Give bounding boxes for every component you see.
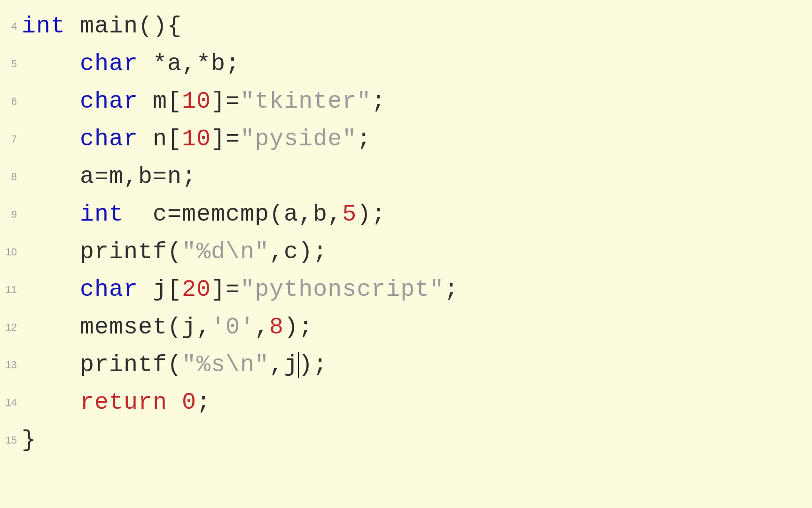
- line-number: 15: [6, 421, 17, 459]
- code-line[interactable]: return 0;: [22, 384, 812, 421]
- line-number: 10: [6, 233, 17, 271]
- code-token: a=m,b=n;: [22, 158, 196, 196]
- code-token: *a,*b;: [138, 45, 240, 83]
- code-line[interactable]: printf("%s\n",j);: [22, 346, 812, 384]
- code-token: }: [22, 421, 36, 459]
- code-token: int: [22, 8, 65, 45]
- code-token: 5: [342, 196, 357, 233]
- code-line[interactable]: }: [22, 421, 812, 459]
- code-line[interactable]: char j[20]="pythonscript";: [22, 271, 812, 309]
- line-number: 9: [11, 196, 17, 233]
- code-token: );: [284, 309, 313, 346]
- code-token: [167, 384, 182, 421]
- code-line[interactable]: int c=memcmp(a,b,5);: [22, 196, 812, 233]
- code-token: memset: [22, 309, 167, 346]
- code-token: ;: [357, 120, 371, 158]
- code-token: printf: [22, 346, 167, 384]
- line-number: 12: [6, 309, 17, 346]
- code-token: m: [138, 83, 167, 120]
- code-token: );: [298, 346, 328, 384]
- line-number: 14: [6, 384, 17, 421]
- line-number: 5: [11, 45, 17, 83]
- code-token: (: [167, 346, 182, 384]
- code-line[interactable]: printf("%d\n",c);: [22, 233, 812, 271]
- code-token: ,c);: [269, 233, 328, 271]
- code-token: "pyside": [240, 120, 357, 158]
- code-token: 8: [269, 309, 284, 346]
- code-token: j: [138, 271, 167, 309]
- code-token: [: [167, 83, 182, 120]
- code-token: ,j: [269, 346, 298, 384]
- code-token: [22, 45, 80, 83]
- code-token: ]=: [211, 83, 240, 120]
- code-token: [22, 83, 80, 120]
- code-token: ,: [255, 309, 269, 346]
- code-token: '0': [211, 309, 255, 346]
- code-token: main: [65, 8, 138, 45]
- code-token: c: [124, 196, 167, 233]
- code-token: 10: [182, 120, 211, 158]
- line-number: 13: [6, 346, 17, 384]
- code-token: ;: [371, 83, 386, 120]
- code-token: ;: [444, 271, 459, 309]
- code-token: printf: [22, 233, 167, 271]
- code-token: char: [80, 271, 138, 309]
- code-token: int: [80, 196, 124, 233]
- code-token: (j,: [167, 309, 211, 346]
- code-token: 10: [182, 83, 211, 120]
- code-line[interactable]: memset(j,'0',8);: [22, 309, 812, 346]
- code-token: ;: [196, 384, 211, 421]
- code-token: char: [80, 45, 138, 83]
- code-token: "%d\n": [182, 233, 269, 271]
- code-token: [22, 384, 80, 421]
- line-number-gutter: 456789101112131415: [0, 0, 19, 508]
- code-token: 20: [182, 271, 211, 309]
- code-token: [22, 196, 80, 233]
- code-token: (){: [138, 8, 182, 45]
- code-editor[interactable]: 456789101112131415 int main(){ char *a,*…: [0, 0, 812, 508]
- code-token: n: [138, 120, 167, 158]
- code-area[interactable]: int main(){ char *a,*b; char m[10]="tkin…: [19, 0, 812, 508]
- code-token: char: [80, 120, 138, 158]
- code-token: [: [167, 120, 182, 158]
- code-line[interactable]: char m[10]="tkinter";: [22, 83, 812, 120]
- code-token: 0: [182, 384, 196, 421]
- line-number: 7: [11, 120, 17, 158]
- code-line[interactable]: char n[10]="pyside";: [22, 120, 812, 158]
- line-number: 8: [11, 158, 17, 196]
- code-line[interactable]: int main(){: [22, 8, 812, 45]
- code-token: "tkinter": [240, 83, 371, 120]
- code-line[interactable]: a=m,b=n;: [22, 158, 812, 196]
- code-token: "%s\n": [182, 346, 269, 384]
- code-token: ]=: [211, 120, 240, 158]
- code-token: =memcmp(a,b,: [167, 196, 342, 233]
- code-token: (: [167, 233, 182, 271]
- code-token: char: [80, 83, 138, 120]
- code-token: );: [357, 196, 386, 233]
- code-token: [22, 271, 80, 309]
- line-number: 6: [11, 83, 17, 120]
- code-token: return: [80, 384, 167, 421]
- line-number: 11: [6, 271, 17, 309]
- code-token: [22, 120, 80, 158]
- code-token: "pythonscript": [240, 271, 444, 309]
- code-line[interactable]: char *a,*b;: [22, 45, 812, 83]
- line-number: 4: [11, 8, 17, 45]
- code-token: ]=: [211, 271, 240, 309]
- code-token: [: [167, 271, 182, 309]
